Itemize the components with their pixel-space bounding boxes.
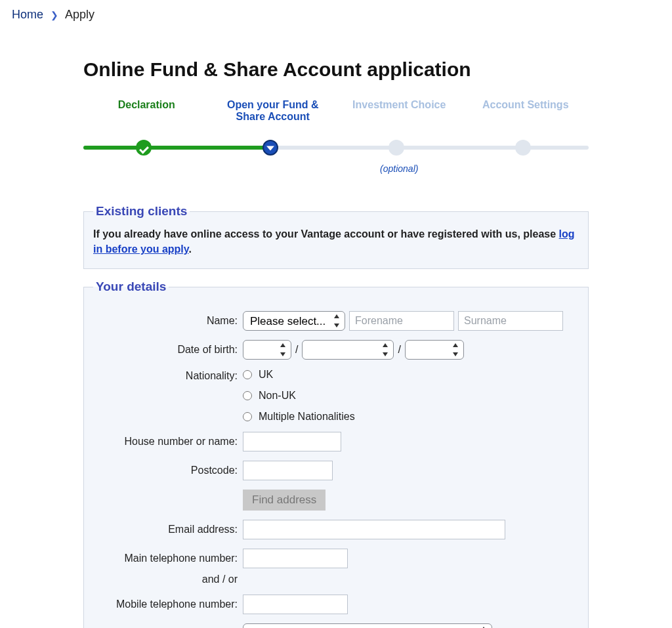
dob-label: Date of birth: [93, 344, 238, 356]
breadcrumb: Home ❯ Apply [0, 0, 672, 26]
mobile-tel-label: Mobile telephone number: [93, 598, 238, 610]
dob-year-select[interactable] [405, 340, 464, 360]
nationality-nonuk-radio[interactable] [243, 391, 252, 400]
forename-input[interactable] [349, 311, 454, 331]
name-label: Name: [93, 315, 238, 327]
main-tel-label: Main telephone number: [93, 553, 238, 564]
breadcrumb-current: Apply [65, 8, 94, 21]
mobile-tel-input[interactable] [243, 595, 348, 614]
breadcrumb-home[interactable]: Home [12, 8, 43, 21]
postcode-input[interactable] [243, 461, 333, 480]
check-circle-icon [136, 140, 152, 156]
step-optional-label: (optional) [336, 163, 463, 174]
step-label-account-settings: Account Settings [463, 99, 589, 123]
step-label-declaration: Declaration [83, 99, 210, 123]
email-input[interactable] [243, 520, 505, 539]
title-select[interactable]: Please select... [243, 311, 345, 331]
existing-text-after: . [189, 243, 192, 255]
dob-day-select[interactable] [243, 340, 291, 360]
dob-month-select[interactable] [302, 340, 394, 360]
hear-about-select[interactable]: Please select... [243, 623, 492, 628]
step-node-icon [388, 140, 404, 156]
your-details-box: Your details Name: Please select... Date… [83, 280, 589, 628]
chevron-right-icon: ❯ [47, 10, 62, 20]
and-or-label: and / or [93, 574, 238, 585]
nationality-uk-text: UK [259, 369, 273, 381]
stepper-track-done [83, 146, 270, 150]
house-label: House number or name: [93, 436, 238, 448]
house-input[interactable] [243, 432, 341, 451]
page-title: Online Fund & Share Account application [83, 58, 589, 81]
step-label-investment-choice: Investment Choice [336, 99, 463, 123]
main-tel-input[interactable] [243, 549, 348, 568]
existing-clients-box: Existing clients If you already have onl… [83, 204, 589, 269]
progress-stepper: Declaration Open your Fund & Share Accou… [83, 99, 589, 174]
nationality-uk-radio[interactable] [243, 370, 252, 379]
nationality-nonuk-text: Non-UK [259, 390, 296, 402]
nationality-multi-radio[interactable] [243, 412, 252, 421]
your-details-legend: Your details [93, 280, 169, 294]
postcode-label: Postcode: [93, 465, 238, 476]
nationality-multi-text: Multiple Nationalities [259, 411, 355, 423]
existing-clients-legend: Existing clients [93, 204, 190, 219]
surname-input[interactable] [458, 311, 563, 331]
slash-sep: / [295, 344, 298, 356]
nationality-label: Nationality: [93, 369, 238, 382]
step-node-icon [515, 140, 531, 156]
find-address-button[interactable]: Find address [243, 490, 326, 511]
step-label-open-account: Open your Fund & Share Account [210, 99, 337, 123]
existing-text-before: If you already have online access to you… [93, 228, 559, 240]
current-step-icon [262, 140, 278, 156]
email-label: Email address: [93, 524, 238, 535]
slash-sep: / [398, 344, 400, 356]
